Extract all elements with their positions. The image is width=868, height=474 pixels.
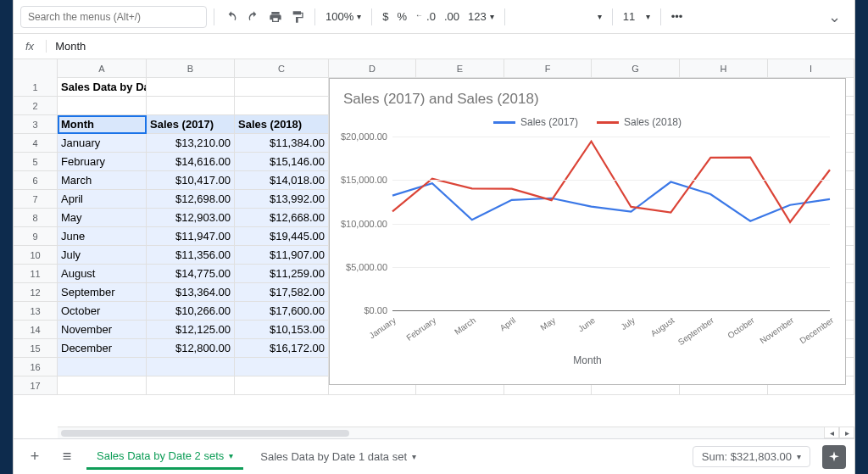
all-sheets-button[interactable]: ≡: [54, 444, 80, 470]
chart[interactable]: Sales (2017) and Sales (2018) Sales (201…: [329, 78, 846, 385]
scroll-left-button[interactable]: ◂: [824, 427, 839, 438]
row-header[interactable]: 3: [14, 115, 58, 134]
increase-decimals-button[interactable]: .00: [441, 10, 463, 23]
tab-menu-icon[interactable]: ▾: [412, 452, 416, 461]
cell[interactable]: $12,903.00: [147, 209, 235, 227]
cell[interactable]: $11,384.00: [235, 134, 329, 153]
cell[interactable]: $15,146.00: [235, 153, 329, 171]
cell[interactable]: October: [58, 302, 147, 321]
cell[interactable]: May: [58, 209, 147, 227]
paint-format-button[interactable]: [287, 7, 308, 27]
formula-input[interactable]: Month: [47, 40, 854, 53]
column-header[interactable]: E: [416, 59, 504, 78]
row-header[interactable]: 11: [14, 265, 58, 283]
column-header[interactable]: C: [235, 59, 329, 78]
row-header[interactable]: 7: [14, 190, 58, 209]
cell[interactable]: [147, 358, 235, 376]
cell[interactable]: Sales (2018): [235, 115, 329, 134]
cell[interactable]: April: [58, 190, 147, 209]
cell[interactable]: [235, 78, 329, 97]
cell[interactable]: $12,668.00: [235, 209, 329, 227]
cell[interactable]: $11,907.00: [235, 246, 329, 265]
font-size-select[interactable]: 11▾: [620, 10, 654, 23]
horizontal-scrollbar[interactable]: ◂ ▸: [58, 427, 854, 438]
cell[interactable]: $12,125.00: [147, 321, 235, 339]
row-header[interactable]: 16: [14, 358, 58, 376]
row-header[interactable]: 17: [14, 376, 58, 395]
row-header[interactable]: 6: [14, 171, 58, 190]
zoom-select[interactable]: 100%▾: [322, 10, 364, 23]
cell[interactable]: [235, 358, 329, 376]
toolbar-collapse-button[interactable]: ⌄: [821, 8, 848, 26]
cell[interactable]: December: [58, 339, 147, 358]
cell[interactable]: $17,600.00: [235, 302, 329, 321]
column-header[interactable]: D: [329, 59, 416, 78]
cell[interactable]: Sales (2017): [147, 115, 235, 134]
spreadsheet-grid[interactable]: ABCDEFGHI 1Sales Data by Date23MonthSale…: [14, 59, 854, 438]
row-header[interactable]: 12: [14, 283, 58, 302]
row-header[interactable]: 9: [14, 227, 58, 246]
redo-button[interactable]: [243, 7, 264, 27]
cell[interactable]: $11,947.00: [147, 227, 235, 246]
column-header[interactable]: A: [58, 59, 147, 78]
print-button[interactable]: [265, 7, 286, 27]
select-all-corner[interactable]: [14, 59, 58, 78]
column-header[interactable]: G: [592, 59, 680, 78]
cell[interactable]: January: [58, 134, 147, 153]
cell[interactable]: June: [58, 227, 147, 246]
cell[interactable]: $13,364.00: [147, 283, 235, 302]
cell[interactable]: $11,259.00: [235, 265, 329, 283]
format-more-button[interactable]: 123▾: [465, 10, 498, 23]
sheet-tab-2[interactable]: Sales Data by Date 1 data set▾: [250, 445, 426, 468]
cell[interactable]: $14,616.00: [147, 153, 235, 171]
cell[interactable]: $13,210.00: [147, 134, 235, 153]
cell[interactable]: $14,775.00: [147, 265, 235, 283]
cell[interactable]: $13,992.00: [235, 190, 329, 209]
cell[interactable]: [147, 376, 235, 395]
cell[interactable]: February: [58, 153, 147, 171]
cell[interactable]: $14,018.00: [235, 171, 329, 190]
row-header[interactable]: 4: [14, 134, 58, 153]
cell[interactable]: [147, 78, 235, 97]
tab-menu-icon[interactable]: ▾: [229, 451, 233, 460]
cell[interactable]: $19,445.00: [235, 227, 329, 246]
row-header[interactable]: 8: [14, 209, 58, 227]
cell[interactable]: [147, 97, 235, 115]
column-header[interactable]: I: [768, 59, 854, 78]
cell[interactable]: [235, 376, 329, 395]
format-percent-button[interactable]: %: [393, 10, 410, 23]
decrease-decimals-button[interactable]: ←.0: [412, 10, 439, 23]
cell[interactable]: [235, 97, 329, 115]
row-header[interactable]: 14: [14, 321, 58, 339]
cell[interactable]: July: [58, 246, 147, 265]
search-input[interactable]: [20, 6, 207, 28]
undo-button[interactable]: [221, 7, 242, 27]
cell[interactable]: $16,172.00: [235, 339, 329, 358]
cell[interactable]: [58, 376, 147, 395]
cell[interactable]: $10,153.00: [235, 321, 329, 339]
sheet-tab-active[interactable]: Sales Data by Date 2 sets▾: [86, 444, 243, 470]
scroll-right-button[interactable]: ▸: [839, 427, 854, 438]
cell[interactable]: $10,417.00: [147, 171, 235, 190]
cell[interactable]: $12,698.00: [147, 190, 235, 209]
cell[interactable]: November: [58, 321, 147, 339]
row-header[interactable]: 10: [14, 246, 58, 265]
row-header[interactable]: 13: [14, 302, 58, 321]
cell[interactable]: Sales Data by Date: [58, 78, 147, 97]
row-header[interactable]: 1: [14, 78, 58, 97]
row-header[interactable]: 15: [14, 339, 58, 358]
cell[interactable]: August: [58, 265, 147, 283]
cell[interactable]: $11,356.00: [147, 246, 235, 265]
column-header[interactable]: B: [147, 59, 235, 78]
row-header[interactable]: 2: [14, 97, 58, 115]
row-header[interactable]: 5: [14, 153, 58, 171]
explore-button[interactable]: [822, 445, 846, 469]
cell[interactable]: Month: [58, 115, 147, 134]
column-header[interactable]: H: [680, 59, 768, 78]
add-sheet-button[interactable]: +: [22, 444, 47, 470]
format-currency-button[interactable]: $: [379, 10, 392, 23]
cell[interactable]: September: [58, 283, 147, 302]
font-select[interactable]: ▾: [512, 12, 605, 21]
quicksum-display[interactable]: Sum: $321,803.00▾: [693, 446, 810, 467]
cell[interactable]: $10,266.00: [147, 302, 235, 321]
